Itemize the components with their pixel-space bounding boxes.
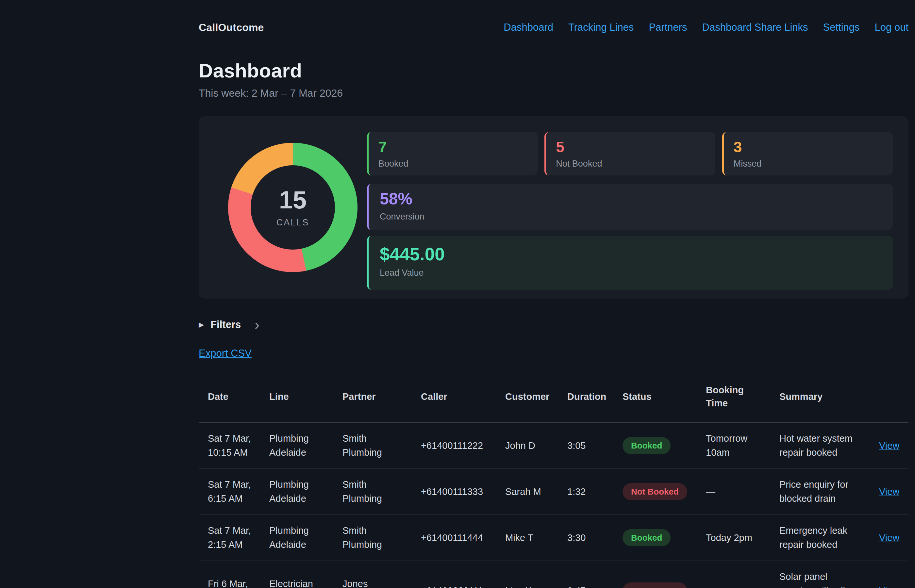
conversion-value: 58% xyxy=(380,191,882,208)
cell-status: Not Booked xyxy=(622,469,706,515)
lead-value: $445.00 xyxy=(380,245,882,264)
cell-caller: +61400222111 xyxy=(421,561,505,588)
cell-summary: Solar panel enquiry, will call back xyxy=(779,561,879,588)
filters-label: Filters xyxy=(210,319,241,331)
cell-status: Booked xyxy=(622,422,706,469)
table-row: Sat 7 Mar, 2:15 AMPlumbing AdelaideSmith… xyxy=(199,515,909,561)
nav-link-log-out[interactable]: Log out xyxy=(875,21,909,33)
app-header: CallOutcome DashboardTracking LinesPartn… xyxy=(199,0,909,36)
col-header-partner: Partner xyxy=(343,376,421,422)
cell-duration: 1:32 xyxy=(567,469,622,515)
donut-chart-wrap: 15 CALLS xyxy=(214,132,367,272)
lead-value-card: $445.00 Lead Value xyxy=(367,236,893,290)
status-badge: Booked xyxy=(622,529,671,546)
lead-value-label: Lead Value xyxy=(380,268,882,278)
cell-booking-time: — xyxy=(706,561,779,588)
export-csv-link[interactable]: Export CSV xyxy=(199,347,252,359)
stat-value: 3 xyxy=(734,139,883,155)
nav-link-tracking-lines[interactable]: Tracking Lines xyxy=(568,21,634,33)
view-link[interactable]: View xyxy=(879,533,899,543)
cell-date: Sat 7 Mar, 2:15 AM xyxy=(199,515,269,561)
cell-booking-time: Tomorrow 10am xyxy=(706,422,779,469)
stat-card-missed: 3Missed xyxy=(722,132,893,175)
col-header-status: Status xyxy=(622,376,706,422)
cell-summary: Emergency leak repair booked xyxy=(779,515,879,561)
col-header-date: Date xyxy=(199,376,269,422)
col-header-booking-time: Booking Time xyxy=(706,376,779,422)
cell-customer: Lisa K xyxy=(505,561,567,588)
cell-booking-time: Today 2pm xyxy=(706,515,779,561)
col-header-line: Line xyxy=(269,376,343,422)
nav-link-dashboard-share-links[interactable]: Dashboard Share Links xyxy=(702,21,808,33)
stat-label: Missed xyxy=(734,159,883,169)
stat-label: Not Booked xyxy=(556,159,705,169)
nav-link-dashboard[interactable]: Dashboard xyxy=(504,21,553,33)
table-row: Sat 7 Mar, 10:15 AMPlumbing AdelaideSmit… xyxy=(199,422,909,469)
cell-line: Plumbing Adelaide xyxy=(269,469,343,515)
col-header-customer: Customer xyxy=(505,376,567,422)
table-row: Fri 6 Mar, 10:15 PMElectrician AdelaideJ… xyxy=(199,561,909,588)
cell-view: View xyxy=(879,469,909,515)
col-header-duration: Duration xyxy=(567,376,622,422)
cell-duration: 3:30 xyxy=(567,515,622,561)
filters-toggle[interactable]: ▶ Filters › xyxy=(199,319,909,331)
stat-value: 7 xyxy=(378,139,528,155)
view-link[interactable]: View xyxy=(879,440,899,451)
donut-center: 15 CALLS xyxy=(251,165,335,250)
calls-table: DateLinePartnerCallerCustomerDurationSta… xyxy=(199,376,909,588)
col-header-summary: Summary xyxy=(779,376,879,422)
cell-caller: +61400111444 xyxy=(421,515,505,561)
stat-card-booked: 7Booked xyxy=(367,132,538,175)
cell-caller: +61400111222 xyxy=(421,422,505,469)
cell-duration: 0:45 xyxy=(567,561,622,588)
top-nav: DashboardTracking LinesPartnersDashboard… xyxy=(504,21,909,33)
page-bg: { "brand": "CallOutcome", "nav": { "item… xyxy=(0,0,915,588)
status-badge: Not Booked xyxy=(622,483,687,500)
cell-summary: Hot water system repair booked xyxy=(779,422,879,469)
stat-cards-row: 7Booked5Not Booked3Missed xyxy=(367,132,893,175)
table-body: Sat 7 Mar, 10:15 AMPlumbing AdelaideSmit… xyxy=(199,422,909,588)
cell-status: Not Booked xyxy=(622,561,706,588)
view-link[interactable]: View xyxy=(879,585,899,588)
nav-link-settings[interactable]: Settings xyxy=(823,21,860,33)
filters-disclosure-icon: ▶ xyxy=(199,321,204,329)
table-row: Sat 7 Mar, 6:15 AMPlumbing AdelaideSmith… xyxy=(199,469,909,515)
stat-value: 5 xyxy=(556,139,705,155)
col-header-caller: Caller xyxy=(421,376,505,422)
stat-card-not-booked: 5Not Booked xyxy=(545,132,715,175)
cell-date: Sat 7 Mar, 6:15 AM xyxy=(199,469,269,515)
cell-line: Plumbing Adelaide xyxy=(269,515,343,561)
conversion-label: Conversion xyxy=(380,212,882,222)
cell-line: Electrician Adelaide xyxy=(269,561,343,588)
cell-date: Fri 6 Mar, 10:15 PM xyxy=(199,561,269,588)
cell-caller: +61400111333 xyxy=(421,469,505,515)
stat-label: Booked xyxy=(378,159,528,169)
cell-line: Plumbing Adelaide xyxy=(269,422,343,469)
donut-total-label: CALLS xyxy=(276,218,309,228)
filters-chevron-icon: › xyxy=(255,320,259,329)
cell-partner: Smith Plumbing xyxy=(343,422,421,469)
cell-customer: Mike T xyxy=(505,515,567,561)
cell-view: View xyxy=(879,515,909,561)
summary-panel: 15 CALLS 7Booked5Not Booked3Missed 58% C… xyxy=(199,116,909,299)
page-subtitle: This week: 2 Mar – 7 Mar 2026 xyxy=(199,87,909,99)
cell-partner: Jones Electrical xyxy=(343,561,421,588)
nav-link-partners[interactable]: Partners xyxy=(649,21,687,33)
cell-summary: Price enquiry for blocked drain xyxy=(779,469,879,515)
brand-logo: CallOutcome xyxy=(199,21,264,34)
content-container: CallOutcome DashboardTracking LinesPartn… xyxy=(199,0,909,588)
cell-view: View xyxy=(879,422,909,469)
cell-date: Sat 7 Mar, 10:15 AM xyxy=(199,422,269,469)
status-badge: Not Booked xyxy=(622,582,687,588)
col-header-actions xyxy=(879,376,909,422)
page-title: Dashboard xyxy=(199,60,909,82)
cell-partner: Smith Plumbing xyxy=(343,515,421,561)
cell-customer: John D xyxy=(505,422,567,469)
view-link[interactable]: View xyxy=(879,486,899,497)
calls-donut-chart: 15 CALLS xyxy=(228,143,357,272)
cell-customer: Sarah M xyxy=(505,469,567,515)
cell-status: Booked xyxy=(622,515,706,561)
donut-total-value: 15 xyxy=(279,187,307,212)
cell-duration: 3:05 xyxy=(567,422,622,469)
status-badge: Booked xyxy=(622,437,671,454)
